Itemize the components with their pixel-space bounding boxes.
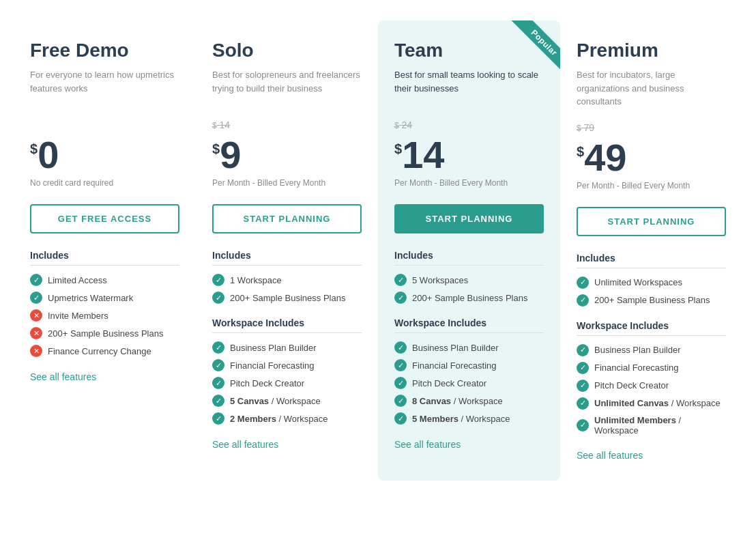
feature-list: ✓1 Workspace✓200+ Sample Business Plans xyxy=(212,274,362,304)
price-old: $ 79 xyxy=(577,122,726,136)
plan-desc: Best for incubators, large organizations… xyxy=(577,68,726,109)
check-icon: ✓ xyxy=(30,274,42,286)
workspace-feature-item: ✓Unlimited Members / Workspace xyxy=(577,415,726,436)
workspace-feature-item: ✓5 Canvas / Workspace xyxy=(212,395,362,407)
check-icon: ✓ xyxy=(577,362,589,374)
feature-text: 200+ Sample Business Plans xyxy=(412,293,527,303)
price-period: Per Month - Billed Every Month xyxy=(212,178,362,190)
check-icon: ✓ xyxy=(30,292,42,304)
check-icon: ✓ xyxy=(577,276,589,289)
see-features-link[interactable]: See all features xyxy=(30,371,96,382)
feature-text: 200+ Sample Business Plans xyxy=(594,295,710,305)
feature-text: Upmetrics Watermark xyxy=(48,293,133,303)
includes-title: Includes xyxy=(212,250,362,261)
cta-button-team[interactable]: START PLANNING xyxy=(394,204,544,233)
cta-button-solo[interactable]: START PLANNING xyxy=(212,204,362,233)
cta-button-premium[interactable]: START PLANNING xyxy=(577,207,726,236)
plan-name: Solo xyxy=(212,40,362,61)
plan-card-premium: Premium Best for incubators, large organ… xyxy=(560,20,742,481)
check-icon: ✓ xyxy=(212,341,224,354)
check-icon: ✓ xyxy=(212,274,224,286)
feature-text: 200+ Sample Business Plans xyxy=(230,293,345,303)
workspace-feature-list: ✓Business Plan Builder✓Financial Forecas… xyxy=(394,341,544,425)
plan-card-team: Popular Team Best for small teams lookin… xyxy=(378,20,560,481)
plan-desc: For everyone to learn how upmetrics feat… xyxy=(30,68,179,106)
feature-text: 200+ Sample Business Plans xyxy=(48,328,163,339)
divider xyxy=(212,265,362,266)
feature-text: Financial Forecasting xyxy=(594,363,679,373)
feature-item: ✓1 Workspace xyxy=(212,274,362,286)
price-old: $ 14 xyxy=(212,119,362,133)
price-amount: 49 xyxy=(584,139,626,177)
workspace-feature-item: ✓Pitch Deck Creator xyxy=(394,377,544,389)
see-features-link[interactable]: See all features xyxy=(212,439,278,450)
divider xyxy=(394,265,544,266)
feature-item: ✓200+ Sample Business Plans xyxy=(212,292,362,304)
price-amount: 0 xyxy=(38,136,59,174)
workspace-feature-list: ✓Business Plan Builder✓Financial Forecas… xyxy=(577,344,726,436)
divider xyxy=(394,332,544,333)
feature-text: 1 Workspace xyxy=(230,275,282,285)
feature-text: 5 Workspaces xyxy=(412,275,468,285)
plan-name: Free Demo xyxy=(30,40,179,61)
cross-icon: ✕ xyxy=(30,327,42,339)
price-main: $ 9 xyxy=(212,136,362,174)
workspace-feature-item: ✓Pitch Deck Creator xyxy=(577,380,726,392)
check-icon: ✓ xyxy=(212,359,224,371)
price-period: Per Month - Billed Every Month xyxy=(577,181,726,193)
feature-text: Pitch Deck Creator xyxy=(230,378,304,388)
price-dollar-sign: $ xyxy=(577,144,584,160)
price-period: No credit card required xyxy=(30,178,179,190)
feature-text: Limited Access xyxy=(48,275,107,285)
price-period: Per Month - Billed Every Month xyxy=(394,178,544,190)
feature-text: Unlimited Members / Workspace xyxy=(594,415,726,436)
feature-text: Business Plan Builder xyxy=(412,343,498,353)
feature-item: ✓200+ Sample Business Plans xyxy=(577,294,726,307)
workspace-feature-item: ✓Financial Forecasting xyxy=(577,362,726,374)
check-icon: ✓ xyxy=(212,377,224,389)
check-icon: ✓ xyxy=(394,359,407,371)
feature-item: ✓200+ Sample Business Plans xyxy=(394,292,544,304)
cta-button-free[interactable]: GET FREE ACCESS xyxy=(30,204,179,233)
feature-item: ✕200+ Sample Business Plans xyxy=(30,327,179,339)
feature-text: 8 Canvas / Workspace xyxy=(412,396,503,406)
price-dollar-sign: $ xyxy=(394,141,402,157)
feature-text: Unlimited Canvas / Workspace xyxy=(594,398,721,408)
feature-text: Financial Forecasting xyxy=(230,360,315,371)
plan-card-free: Free Demo For everyone to learn how upme… xyxy=(14,20,196,481)
check-icon: ✓ xyxy=(394,377,407,389)
check-icon: ✓ xyxy=(577,294,589,307)
workspace-feature-item: ✓8 Canvas / Workspace xyxy=(394,395,544,407)
feature-text: Financial Forecasting xyxy=(412,360,497,371)
feature-item: ✓5 Workspaces xyxy=(394,274,544,286)
check-icon: ✓ xyxy=(577,344,589,356)
check-icon: ✓ xyxy=(394,292,407,304)
check-icon: ✓ xyxy=(394,395,407,407)
cross-icon: ✕ xyxy=(30,309,42,322)
workspace-feature-item: ✓Financial Forecasting xyxy=(212,359,362,371)
plan-name: Team xyxy=(394,40,544,61)
price-main: $ 14 xyxy=(394,136,544,174)
feature-text: Business Plan Builder xyxy=(594,345,680,355)
plan-card-solo: Solo Best for solopreneurs and freelance… xyxy=(196,20,378,481)
check-icon: ✓ xyxy=(577,380,589,392)
includes-title: Includes xyxy=(30,250,179,261)
price-old: $ 24 xyxy=(394,119,544,133)
see-features-link[interactable]: See all features xyxy=(577,450,643,461)
check-icon: ✓ xyxy=(577,397,589,410)
price-amount: 14 xyxy=(402,136,444,174)
divider xyxy=(577,268,726,268)
feature-list: ✓5 Workspaces✓200+ Sample Business Plans xyxy=(394,274,544,304)
price-main: $ 49 xyxy=(577,139,726,177)
workspace-includes-title: Workspace Includes xyxy=(394,317,544,328)
feature-text: 5 Canvas / Workspace xyxy=(230,396,321,406)
see-features-link[interactable]: See all features xyxy=(394,439,461,450)
check-icon: ✓ xyxy=(212,395,224,407)
check-icon: ✓ xyxy=(394,412,407,425)
feature-text: 5 Members / Workspace xyxy=(412,414,510,424)
feature-item: ✓Unlimited Workspaces xyxy=(577,276,726,289)
workspace-feature-item: ✓Business Plan Builder xyxy=(394,341,544,354)
price-dollar-sign: $ xyxy=(212,141,220,157)
divider xyxy=(577,335,726,336)
feature-text: Business Plan Builder xyxy=(230,343,316,353)
